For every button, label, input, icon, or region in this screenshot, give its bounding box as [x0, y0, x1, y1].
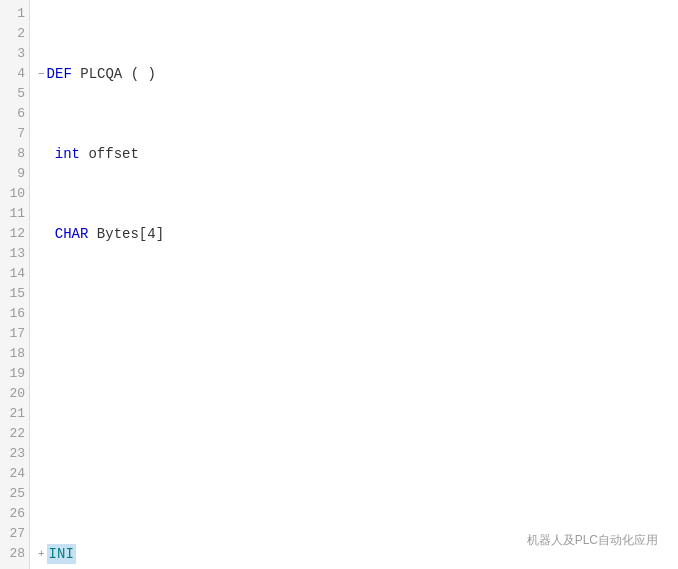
keyword-ini: INI: [47, 544, 76, 564]
ln-25: 25: [0, 484, 25, 504]
code-line-3: CHAR Bytes[4]: [38, 224, 678, 244]
ln-4: 4: [0, 64, 25, 84]
indent: [38, 144, 55, 164]
ln-12: 12: [0, 224, 25, 244]
code-lines: −DEF PLCQA ( ) int offset CHAR Bytes[4] …: [30, 0, 678, 569]
ln-21: 21: [0, 404, 25, 424]
keyword-char: CHAR: [55, 224, 89, 244]
expand-icon-ini[interactable]: +: [38, 544, 45, 564]
keyword-int: int: [55, 144, 80, 164]
space: [72, 64, 80, 84]
ln-9: 9: [0, 164, 25, 184]
ln-7: 7: [0, 124, 25, 144]
ln-19: 19: [0, 364, 25, 384]
ln-18: 18: [0, 344, 25, 364]
space: [80, 144, 88, 164]
ln-1: 1: [0, 4, 25, 24]
ln-24: 24: [0, 464, 25, 484]
ln-3: 3: [0, 44, 25, 64]
ln-10: 10: [0, 184, 25, 204]
ln-8: 8: [0, 144, 25, 164]
ln-20: 20: [0, 384, 25, 404]
ln-5: 5: [0, 84, 25, 104]
code-editor: 1 2 3 4 5 6 7 8 9 10 11 12 13 14 15 16 1…: [0, 0, 678, 569]
watermark: 机器人及PLC自动化应用: [527, 532, 658, 549]
bytes-decl: Bytes[4]: [88, 224, 164, 244]
ln-6: 6: [0, 104, 25, 124]
code-line-4: [38, 304, 678, 324]
code-line-1: −DEF PLCQA ( ): [38, 64, 678, 84]
func-name: PLCQA ( ): [80, 64, 156, 84]
keyword-def: DEF: [47, 64, 72, 84]
ln-23: 23: [0, 444, 25, 464]
var-offset: offset: [88, 144, 138, 164]
code-line-6: [38, 464, 678, 484]
ln-28: 28: [0, 544, 25, 564]
ln-11: 11: [0, 204, 25, 224]
ln-27: 27: [0, 524, 25, 544]
ln-13: 13: [0, 244, 25, 264]
ln-16: 16: [0, 304, 25, 324]
ln-14: 14: [0, 264, 25, 284]
ln-26: 26: [0, 504, 25, 524]
collapse-icon-1[interactable]: −: [38, 64, 45, 84]
ln-2: 2: [0, 24, 25, 44]
ln-22: 22: [0, 424, 25, 444]
code-line-5: [38, 384, 678, 404]
code-line-2: int offset: [38, 144, 678, 164]
line-numbers: 1 2 3 4 5 6 7 8 9 10 11 12 13 14 15 16 1…: [0, 0, 30, 569]
ln-17: 17: [0, 324, 25, 344]
indent: [38, 224, 55, 244]
ln-15: 15: [0, 284, 25, 304]
